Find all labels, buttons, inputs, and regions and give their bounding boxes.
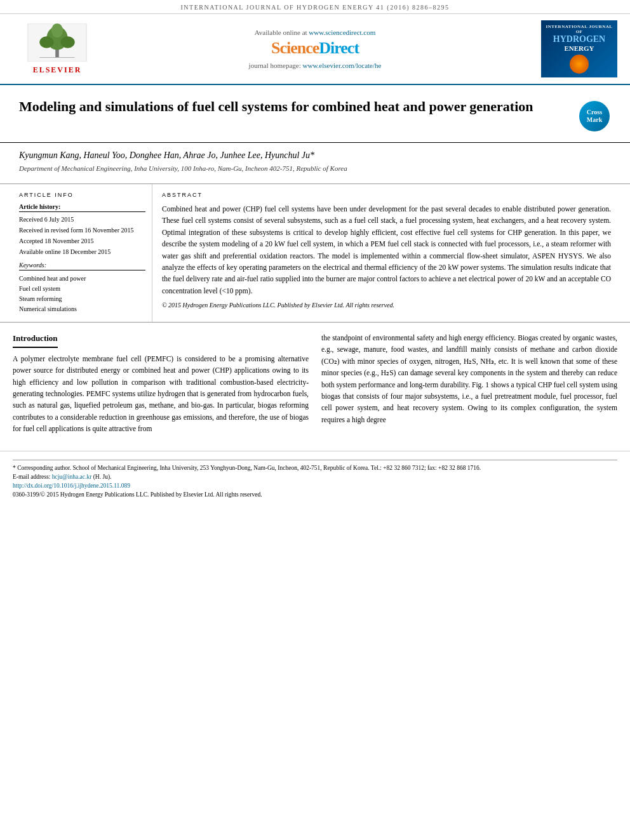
hydrogen-journal-logo: INTERNATIONAL JOURNAL OF HYDROGEN ENERGY [541, 20, 617, 77]
introduction-title: Introduction [13, 332, 58, 348]
abstract-column: Abstract Combined heat and power (CHP) f… [152, 184, 617, 322]
received-date: Received 6 July 2015 [19, 216, 145, 223]
energy-text: ENERGY [564, 44, 594, 52]
doi-link[interactable]: http://dx.doi.org/10.1016/j.ijhydene.201… [13, 483, 130, 489]
keyword-4: Numerical simulations [19, 304, 145, 314]
authors: Kyungmun Kang, Haneul Yoo, Donghee Han, … [19, 150, 611, 161]
introduction-section: Introduction A polymer electrolyte membr… [13, 332, 617, 435]
hydrogen-journal-logo-section: INTERNATIONAL JOURNAL OF HYDROGEN ENERGY [528, 20, 617, 77]
accepted-date: Accepted 18 November 2015 [19, 237, 145, 244]
keyword-1: Combined heat and power [19, 274, 145, 284]
footnote-doi: http://dx.doi.org/10.1016/j.ijhydene.201… [13, 481, 617, 490]
intl-journal-text: INTERNATIONAL JOURNAL OF [544, 24, 614, 34]
journal-header: International Journal of Hydrogen Energy… [0, 0, 630, 14]
publisher-banner: ELSEVIER Available online at www.science… [0, 14, 630, 85]
introduction-col-right: the standpoint of environmental safety a… [321, 332, 617, 435]
introduction-col-left: Introduction A polymer electrolyte membr… [13, 332, 309, 435]
abstract-copyright: © 2015 Hydrogen Energy Publications LLC.… [162, 302, 611, 309]
journal-url[interactable]: www.elsevier.com/locate/he [303, 62, 382, 69]
keywords-label: Keywords: [19, 262, 145, 270]
sciencedirect-logo: ScienceDirect [102, 39, 528, 58]
svg-point-5 [51, 23, 63, 37]
footnote-corresponding: * Corresponding author. School of Mechan… [13, 463, 617, 472]
footnote-issn: 0360-3199/© 2015 Hydrogen Energy Publica… [13, 490, 617, 499]
page-footer: * Corresponding author. School of Mechan… [0, 451, 630, 505]
received-info: Received 6 July 2015 [19, 216, 145, 223]
svg-point-4 [61, 36, 75, 48]
abstract-label: Abstract [162, 192, 611, 198]
available-online-text: Available online at www.sciencedirect.co… [102, 29, 528, 36]
introduction-col2-text: the standpoint of environmental safety a… [321, 332, 617, 425]
available-online-date: Available online 18 December 2015 [19, 248, 145, 255]
article-info-column: Article Info Article history: Received 6… [13, 184, 152, 322]
affiliation: Department of Mechanical Engineering, In… [19, 164, 611, 172]
hydrogen-text: HYDROGEN [553, 34, 605, 44]
article-history-heading: Article history: [19, 203, 145, 212]
keyword-3: Steam reforming [19, 294, 145, 304]
revised-date: Received in revised form 16 November 201… [19, 227, 145, 234]
authors-section: Kyungmun Kang, Haneul Yoo, Donghee Han, … [0, 143, 630, 177]
elsevier-logo-section: ELSEVIER [13, 23, 102, 75]
corresponding-email-link[interactable]: hcju@inha.ac.kr [52, 474, 92, 480]
introduction-col1-text: A polymer electrolyte membrane fuel cell… [13, 353, 309, 435]
journal-homepage: journal homepage: www.elsevier.com/locat… [102, 62, 528, 69]
accepted-info: Accepted 18 November 2015 [19, 237, 145, 244]
crossmark-icon: CrossMark [579, 101, 610, 131]
article-info-abstract-section: Article Info Article history: Received 6… [0, 183, 630, 322]
keyword-2: Fuel cell system [19, 284, 145, 294]
revised-info: Received in revised form 16 November 201… [19, 227, 145, 234]
svg-point-3 [39, 36, 53, 48]
article-info-label: Article Info [19, 192, 145, 198]
footer-divider [13, 460, 617, 460]
sciencedirect-section: Available online at www.sciencedirect.co… [102, 29, 528, 69]
abstract-text: Combined heat and power (CHP) fuel cell … [162, 203, 611, 297]
journal-name-volume: International Journal of Hydrogen Energy… [180, 4, 449, 11]
footnote-email: E-mail address: hcju@inha.ac.kr (H. Ju). [13, 472, 617, 481]
elsevier-logo: ELSEVIER [13, 23, 102, 75]
elsevier-wordmark: ELSEVIER [13, 65, 102, 75]
sciencedirect-link[interactable]: www.sciencedirect.com [309, 29, 375, 36]
main-body: Introduction A polymer electrolyte membr… [0, 322, 630, 444]
crossmark-badge: CrossMark [579, 101, 611, 133]
available-online-info: Available online 18 December 2015 [19, 248, 145, 255]
keywords-section: Keywords: Combined heat and power Fuel c… [19, 262, 145, 314]
article-title-section: Modeling and simulations of fuel cell sy… [0, 85, 630, 143]
elsevier-tree-icon [25, 23, 89, 62]
article-title: Modeling and simulations of fuel cell sy… [19, 98, 579, 116]
